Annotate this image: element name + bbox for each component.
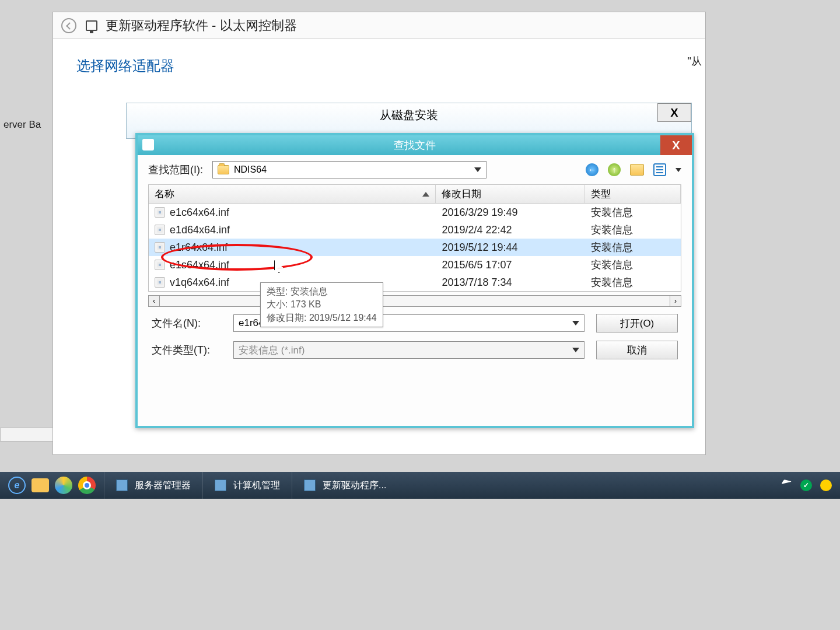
file-name: e1d64x64.inf — [170, 224, 230, 236]
nav-back-icon[interactable]: ← — [586, 163, 598, 176]
file-tooltip: 类型: 安装信息 大小: 173 KB 修改日期: 2019/5/12 19:4… — [260, 282, 383, 327]
file-type: 安装信息 — [585, 222, 681, 238]
find-file-bottom: 文件名(N): e1r64x64.inf 打开(O) 文件类型(T): 安装信息… — [138, 307, 692, 366]
look-in-value: NDIS64 — [234, 164, 267, 175]
file-type: 安装信息 — [585, 204, 681, 220]
view-mode-icon[interactable] — [653, 163, 666, 176]
new-folder-icon[interactable] — [630, 164, 644, 176]
filter-label: 文件类型(T): — [152, 343, 222, 357]
inf-file-icon — [155, 277, 165, 288]
file-date: 2015/6/5 17:07 — [436, 258, 584, 272]
taskbar[interactable]: e 服务器管理器 计算机管理 更新驱动程序... ✓ — [0, 472, 840, 499]
open-button[interactable]: 打开(O) — [596, 314, 678, 332]
task-label: 服务器管理器 — [135, 480, 191, 492]
tray-flag-icon[interactable] — [782, 479, 792, 492]
file-row[interactable]: v1q64x64.inf2013/7/18 7:34安装信息 — [149, 274, 681, 291]
file-type: 安装信息 — [585, 239, 681, 256]
chevron-down-icon — [572, 321, 579, 326]
file-type: 安装信息 — [585, 274, 681, 290]
chevron-down-icon — [572, 348, 579, 352]
find-file-titlebar: 查找文件 X — [138, 135, 692, 155]
app-icon — [116, 480, 128, 491]
wizard-hint-fragment: "从 — [688, 54, 702, 68]
filename-label: 文件名(N): — [152, 316, 222, 330]
look-in-label: 查找范围(I): — [148, 163, 203, 177]
find-file-toolbar: 查找范围(I): NDIS64 ← ↑ — [138, 155, 692, 184]
view-mode-dropdown-icon[interactable] — [676, 168, 681, 172]
inf-file-icon — [155, 242, 165, 253]
scroll-left-button[interactable]: ‹ — [148, 295, 160, 307]
tooltip-line: 大小: 173 KB — [267, 298, 377, 311]
file-row[interactable]: e1s64x64.inf2015/6/5 17:07安装信息 — [149, 256, 681, 274]
filter-combo[interactable]: 安装信息 (*.inf) — [233, 341, 584, 359]
column-type[interactable]: 类型 — [585, 185, 681, 203]
file-name: e1r64x64.inf — [170, 242, 228, 254]
task-label: 更新驱动程序... — [323, 480, 386, 492]
background-text: erver Ba — [0, 117, 54, 132]
wizard-title: 更新驱动程序软件 - 以太网控制器 — [106, 17, 297, 34]
cancel-button[interactable]: 取消 — [596, 341, 678, 359]
taskbar-launch-area: e — [0, 477, 104, 494]
app-icon — [215, 480, 226, 491]
file-name: e1s64x64.inf — [170, 259, 229, 271]
install-from-disk-title: 从磁盘安装 — [127, 103, 691, 127]
column-name[interactable]: 名称 — [149, 185, 436, 203]
file-date: 2013/7/18 7:34 — [436, 275, 584, 290]
sort-indicator-icon — [422, 192, 429, 197]
taskbar-task[interactable]: 计算机管理 — [202, 472, 292, 499]
close-button[interactable]: X — [660, 135, 692, 155]
file-type: 安装信息 — [585, 257, 681, 273]
file-name: v1q64x64.inf — [170, 276, 229, 289]
filter-value: 安装信息 (*.inf) — [239, 344, 304, 357]
tray-yellow-icon[interactable] — [820, 480, 832, 491]
media-icon[interactable] — [55, 477, 72, 494]
nav-up-icon[interactable]: ↑ — [608, 163, 621, 176]
file-row[interactable]: e1d64x64.inf2019/2/4 22:42安装信息 — [149, 221, 681, 239]
inf-file-icon — [155, 207, 165, 218]
inf-file-icon — [155, 260, 165, 270]
close-button[interactable]: X — [657, 103, 691, 122]
inf-file-icon — [155, 225, 165, 235]
app-icon — [304, 480, 316, 491]
folder-icon — [218, 165, 229, 174]
file-row[interactable]: e1c64x64.inf2016/3/29 19:49安装信息 — [149, 204, 681, 221]
task-label: 计算机管理 — [233, 480, 280, 492]
bg-text-line: erver Ba — [4, 117, 54, 132]
look-in-combo[interactable]: NDIS64 — [212, 161, 487, 178]
file-name: e1c64x64.inf — [170, 206, 229, 219]
wizard-heading: 选择网络适配器 — [76, 57, 682, 75]
tooltip-line: 修改日期: 2019/5/12 19:44 — [267, 312, 377, 324]
file-date: 2016/3/29 19:49 — [436, 205, 584, 220]
chrome-icon[interactable] — [78, 477, 96, 494]
explorer-icon[interactable] — [32, 478, 49, 492]
ie-icon[interactable]: e — [8, 477, 26, 494]
tooltip-line: 类型: 安装信息 — [267, 285, 377, 298]
tray-360-icon[interactable]: ✓ — [800, 480, 812, 491]
file-row[interactable]: e1r64x64.inf2019/5/12 19:44安装信息 — [149, 239, 681, 256]
wizard-titlebar: 更新驱动程序软件 - 以太网控制器 — [53, 12, 705, 39]
find-file-title: 查找文件 — [394, 138, 436, 152]
find-file-dialog: 查找文件 X 查找范围(I): NDIS64 ← ↑ 名称 修改日期 — [135, 133, 694, 428]
dialog-icon — [142, 139, 154, 150]
monitor-icon — [86, 20, 97, 31]
chevron-down-icon — [474, 167, 481, 172]
file-list[interactable]: 名称 修改日期 类型 e1c64x64.inf2016/3/29 19:49安装… — [148, 184, 681, 292]
file-list-header[interactable]: 名称 修改日期 类型 — [149, 185, 681, 204]
file-date: 2019/5/12 19:44 — [436, 240, 584, 255]
scroll-right-button[interactable]: › — [670, 295, 681, 307]
back-icon[interactable] — [61, 18, 76, 33]
taskbar-task[interactable]: 服务器管理器 — [104, 472, 202, 499]
file-list-hscrollbar[interactable]: ‹ › — [148, 295, 681, 307]
file-date: 2019/2/4 22:42 — [436, 223, 584, 237]
taskbar-tray: ✓ — [782, 479, 840, 492]
scroll-track[interactable] — [160, 295, 670, 307]
column-date[interactable]: 修改日期 — [436, 185, 584, 203]
taskbar-task[interactable]: 更新驱动程序... — [292, 472, 398, 499]
